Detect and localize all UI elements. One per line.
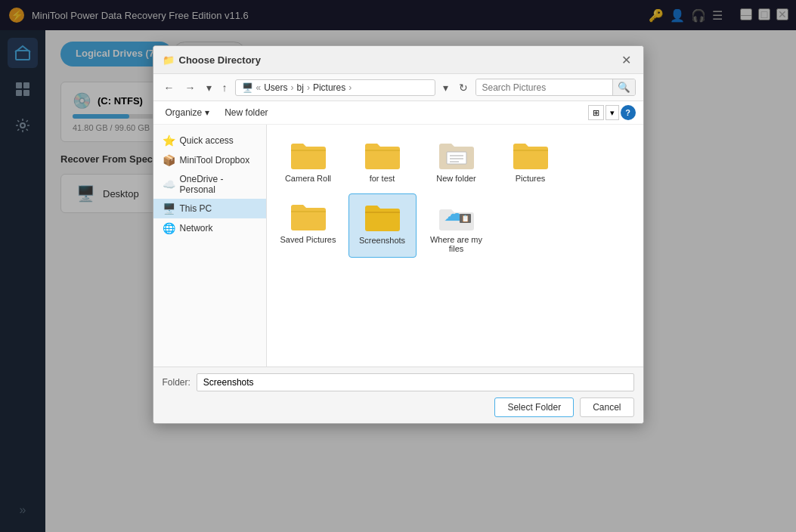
- path-icon: 🖥️: [242, 82, 253, 93]
- nav-up-button[interactable]: ↑: [219, 80, 231, 95]
- path-sep-3: ›: [307, 82, 310, 93]
- new-folder-icon: [438, 137, 475, 171]
- dialog-title-icon: 📁: [163, 54, 175, 66]
- network-icon: 🌐: [163, 222, 175, 234]
- path-sep-2: ›: [291, 82, 294, 93]
- path-pictures[interactable]: Pictures: [313, 82, 345, 93]
- nav-back-button[interactable]: ←: [161, 80, 178, 95]
- new-folder-button[interactable]: New folder: [220, 105, 272, 120]
- folder-item-camera-roll[interactable]: Camera Roll: [274, 132, 342, 187]
- nav-refresh-button[interactable]: ↻: [456, 80, 471, 95]
- screenshots-folder-icon: [364, 199, 401, 233]
- toolbar-left: Organize ▾ New folder: [161, 105, 273, 120]
- view-btn-grid[interactable]: ⊞: [588, 105, 604, 120]
- screenshots-label: Screenshots: [359, 236, 405, 245]
- dialog-toolbar: Organize ▾ New folder ⊞ ▾ ?: [153, 101, 643, 125]
- minitool-dropbox-label: MiniTool Dropbox: [180, 155, 250, 165]
- dialog-footer: Folder: Select Folder Cancel: [153, 367, 643, 423]
- onedrive-icon: ☁️: [163, 178, 175, 190]
- onedrive-label: OneDrive - Personal: [180, 174, 257, 195]
- select-folder-button[interactable]: Select Folder: [494, 397, 574, 417]
- path-sep-4: ›: [348, 82, 352, 93]
- this-pc-label: This PC: [180, 203, 212, 214]
- camera-roll-label: Camera Roll: [285, 174, 331, 183]
- saved-pictures-folder-icon: [290, 198, 327, 232]
- nav-panel: ⭐ Quick access 📦 MiniTool Dropbox ☁️ One…: [153, 125, 267, 367]
- folder-label: Folder:: [163, 377, 190, 388]
- this-pc-icon: 🖥️: [163, 203, 175, 215]
- nav-item-quick-access[interactable]: ⭐ Quick access: [153, 131, 266, 150]
- camera-roll-folder-icon: [290, 137, 327, 171]
- nav-forward-button[interactable]: →: [182, 80, 199, 95]
- organize-dropdown-icon: ▾: [205, 107, 209, 118]
- path-users[interactable]: Users: [264, 82, 287, 93]
- minitool-dropbox-icon: 📦: [163, 154, 175, 166]
- folder-item-for-test[interactable]: for test: [348, 132, 417, 187]
- nav-item-onedrive[interactable]: ☁️ OneDrive - Personal: [153, 170, 266, 199]
- saved-pictures-label: Saved Pictures: [280, 235, 336, 244]
- nav-item-network[interactable]: 🌐 Network: [153, 218, 266, 238]
- address-path[interactable]: 🖥️ « Users › bj › Pictures ›: [235, 79, 435, 96]
- quick-access-label: Quick access: [180, 135, 234, 146]
- network-label: Network: [180, 223, 213, 234]
- dialog-overlay: 📁 Choose Directory ✕ ← → ▾ ↑ 🖥️ « Users …: [0, 0, 796, 532]
- address-bar: ← → ▾ ↑ 🖥️ « Users › bj › Pictures › ▾ ↻: [153, 74, 643, 101]
- organize-button[interactable]: Organize ▾: [161, 105, 215, 120]
- help-button[interactable]: ?: [621, 105, 636, 120]
- search-button[interactable]: 🔍: [612, 79, 635, 95]
- for-test-folder-icon: [364, 137, 401, 171]
- action-buttons: Select Folder Cancel: [163, 397, 634, 417]
- choose-directory-dialog: 📁 Choose Directory ✕ ← → ▾ ↑ 🖥️ « Users …: [153, 45, 644, 424]
- folder-item-where-files[interactable]: ☁ 📋 Where are my files: [423, 193, 491, 258]
- dialog-close-button[interactable]: ✕: [619, 52, 634, 67]
- nav-item-minitool-dropbox[interactable]: 📦 MiniTool Dropbox: [153, 150, 266, 170]
- view-btn-dropdown[interactable]: ▾: [606, 105, 619, 120]
- organize-label: Organize: [166, 107, 203, 118]
- folder-item-new-folder[interactable]: New folder: [423, 132, 491, 187]
- where-files-label: Where are my files: [427, 235, 486, 253]
- folder-item-pictures[interactable]: Pictures: [497, 132, 565, 187]
- folder-item-saved-pictures[interactable]: Saved Pictures: [274, 193, 342, 258]
- app-window: ⚡ MiniTool Power Data Recovery Free Edit…: [0, 0, 796, 532]
- nav-dropdown-path-button[interactable]: ▾: [440, 80, 451, 95]
- dialog-body: ⭐ Quick access 📦 MiniTool Dropbox ☁️ One…: [153, 125, 643, 367]
- path-bj[interactable]: bj: [297, 82, 304, 93]
- cancel-button[interactable]: Cancel: [580, 397, 633, 417]
- svg-rect-8: [447, 152, 466, 164]
- for-test-label: for test: [370, 174, 395, 183]
- search-box: 🔍: [475, 79, 636, 96]
- quick-access-icon: ⭐: [163, 135, 175, 147]
- dialog-title-bar: 📁 Choose Directory ✕: [153, 46, 643, 74]
- files-panel: Camera Roll for test: [267, 125, 643, 367]
- dialog-title: 📁 Choose Directory: [163, 54, 261, 66]
- nav-dropdown-button[interactable]: ▾: [203, 80, 215, 95]
- dialog-title-text: Choose Directory: [179, 54, 261, 66]
- path-sep-1: «: [256, 82, 262, 93]
- search-input[interactable]: [476, 80, 612, 95]
- where-files-folder-icon: ☁ 📋: [438, 198, 475, 232]
- new-folder-label: New folder: [436, 174, 476, 183]
- pictures-folder-icon: [512, 137, 550, 171]
- folder-input[interactable]: [197, 373, 634, 391]
- pictures-label: Pictures: [516, 174, 546, 183]
- nav-item-this-pc[interactable]: 🖥️ This PC: [153, 199, 266, 218]
- view-buttons: ⊞ ▾ ?: [588, 105, 636, 120]
- folder-item-screenshots[interactable]: Screenshots: [348, 193, 417, 258]
- folder-row: Folder:: [163, 373, 634, 391]
